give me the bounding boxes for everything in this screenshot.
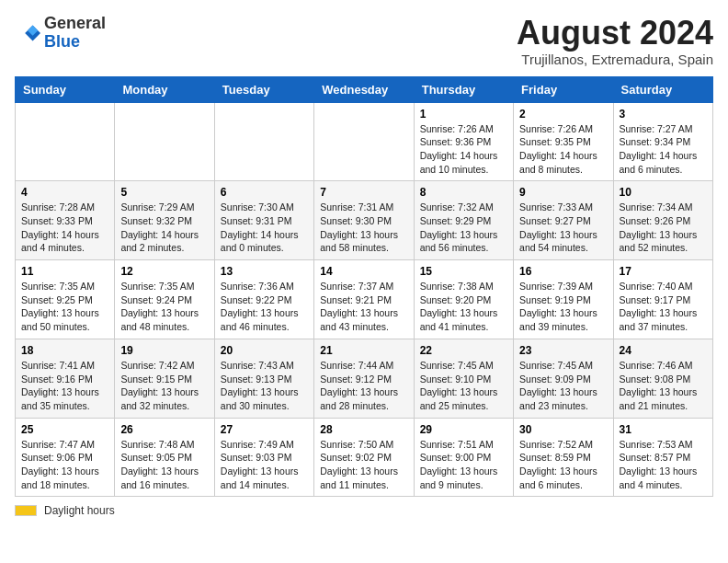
page-header: General Blue August 2024 Trujillanos, Ex… <box>15 15 713 67</box>
day-cell-empty-2 <box>214 102 313 181</box>
day-detail: Sunrise: 7:52 AMSunset: 8:59 PMDaylight:… <box>519 438 607 492</box>
calendar-body: 1Sunrise: 7:26 AMSunset: 9:36 PMDaylight… <box>16 102 713 497</box>
day-number: 12 <box>120 265 208 278</box>
day-cell-27: 27Sunrise: 7:49 AMSunset: 9:03 PMDayligh… <box>214 418 313 497</box>
header-cell-saturday: Saturday <box>613 76 712 102</box>
day-cell-19: 19Sunrise: 7:42 AMSunset: 9:15 PMDayligh… <box>115 339 214 418</box>
day-number: 18 <box>21 344 108 357</box>
day-cell-2: 2Sunrise: 7:26 AMSunset: 9:35 PMDaylight… <box>514 102 613 181</box>
day-detail: Sunrise: 7:51 AMSunset: 9:00 PMDaylight:… <box>420 438 507 492</box>
day-detail: Sunrise: 7:49 AMSunset: 9:03 PMDaylight:… <box>221 438 308 492</box>
logo-text: General Blue <box>44 15 106 52</box>
day-detail: Sunrise: 7:50 AMSunset: 9:02 PMDaylight:… <box>320 438 407 492</box>
day-cell-4: 4Sunrise: 7:28 AMSunset: 9:33 PMDaylight… <box>16 181 115 260</box>
daylight-label: Daylight hours <box>44 504 115 517</box>
header-cell-monday: Monday <box>115 76 214 102</box>
week-row-1: 4Sunrise: 7:28 AMSunset: 9:33 PMDaylight… <box>16 181 713 260</box>
day-detail: Sunrise: 7:43 AMSunset: 9:13 PMDaylight:… <box>221 359 308 413</box>
week-row-0: 1Sunrise: 7:26 AMSunset: 9:36 PMDaylight… <box>16 102 713 181</box>
day-cell-1: 1Sunrise: 7:26 AMSunset: 9:36 PMDaylight… <box>414 102 513 181</box>
day-detail: Sunrise: 7:39 AMSunset: 9:19 PMDaylight:… <box>519 280 607 334</box>
day-cell-10: 10Sunrise: 7:34 AMSunset: 9:26 PMDayligh… <box>613 181 712 260</box>
day-detail: Sunrise: 7:48 AMSunset: 9:05 PMDaylight:… <box>120 438 208 492</box>
day-detail: Sunrise: 7:45 AMSunset: 9:09 PMDaylight:… <box>519 359 607 413</box>
day-number: 31 <box>620 423 707 436</box>
day-cell-28: 28Sunrise: 7:50 AMSunset: 9:02 PMDayligh… <box>314 418 414 497</box>
day-cell-24: 24Sunrise: 7:46 AMSunset: 9:08 PMDayligh… <box>613 339 712 418</box>
day-cell-20: 20Sunrise: 7:43 AMSunset: 9:13 PMDayligh… <box>214 339 313 418</box>
logo: General Blue <box>15 15 106 52</box>
logo-icon <box>15 20 40 46</box>
calendar-header: SundayMondayTuesdayWednesdayThursdayFrid… <box>16 76 713 102</box>
daylight-bar-icon <box>15 505 37 516</box>
day-cell-9: 9Sunrise: 7:33 AMSunset: 9:27 PMDaylight… <box>514 181 613 260</box>
day-detail: Sunrise: 7:28 AMSunset: 9:33 PMDaylight:… <box>21 201 108 255</box>
day-number: 28 <box>320 423 407 436</box>
calendar-table: SundayMondayTuesdayWednesdayThursdayFrid… <box>15 76 713 498</box>
day-number: 1 <box>420 108 507 121</box>
day-number: 26 <box>120 423 208 436</box>
day-number: 21 <box>320 344 407 357</box>
week-row-4: 25Sunrise: 7:47 AMSunset: 9:06 PMDayligh… <box>16 418 713 497</box>
day-detail: Sunrise: 7:35 AMSunset: 9:25 PMDaylight:… <box>21 280 108 334</box>
day-detail: Sunrise: 7:26 AMSunset: 9:36 PMDaylight:… <box>420 122 507 177</box>
day-detail: Sunrise: 7:35 AMSunset: 9:24 PMDaylight:… <box>120 280 208 334</box>
day-detail: Sunrise: 7:29 AMSunset: 9:32 PMDaylight:… <box>120 201 208 255</box>
day-number: 8 <box>420 186 507 199</box>
week-row-2: 11Sunrise: 7:35 AMSunset: 9:25 PMDayligh… <box>16 260 713 339</box>
day-number: 9 <box>519 186 607 199</box>
day-detail: Sunrise: 7:44 AMSunset: 9:12 PMDaylight:… <box>320 359 407 413</box>
day-detail: Sunrise: 7:46 AMSunset: 9:08 PMDaylight:… <box>620 359 707 413</box>
day-cell-12: 12Sunrise: 7:35 AMSunset: 9:24 PMDayligh… <box>115 260 214 339</box>
day-detail: Sunrise: 7:32 AMSunset: 9:29 PMDaylight:… <box>420 201 507 255</box>
day-detail: Sunrise: 7:40 AMSunset: 9:17 PMDaylight:… <box>620 280 707 334</box>
day-detail: Sunrise: 7:42 AMSunset: 9:15 PMDaylight:… <box>120 359 208 413</box>
day-cell-30: 30Sunrise: 7:52 AMSunset: 8:59 PMDayligh… <box>514 418 613 497</box>
day-number: 5 <box>120 186 208 199</box>
day-cell-23: 23Sunrise: 7:45 AMSunset: 9:09 PMDayligh… <box>514 339 613 418</box>
day-number: 6 <box>221 186 308 199</box>
day-cell-21: 21Sunrise: 7:44 AMSunset: 9:12 PMDayligh… <box>314 339 414 418</box>
day-number: 30 <box>519 423 607 436</box>
subtitle: Trujillanos, Extremadura, Spain <box>517 52 713 67</box>
day-cell-13: 13Sunrise: 7:36 AMSunset: 9:22 PMDayligh… <box>214 260 313 339</box>
day-detail: Sunrise: 7:41 AMSunset: 9:16 PMDaylight:… <box>21 359 108 413</box>
day-detail: Sunrise: 7:31 AMSunset: 9:30 PMDaylight:… <box>320 201 407 255</box>
day-detail: Sunrise: 7:53 AMSunset: 8:57 PMDaylight:… <box>620 438 707 492</box>
day-detail: Sunrise: 7:26 AMSunset: 9:35 PMDaylight:… <box>519 122 607 177</box>
day-cell-22: 22Sunrise: 7:45 AMSunset: 9:10 PMDayligh… <box>414 339 513 418</box>
day-cell-18: 18Sunrise: 7:41 AMSunset: 9:16 PMDayligh… <box>16 339 115 418</box>
week-row-3: 18Sunrise: 7:41 AMSunset: 9:16 PMDayligh… <box>16 339 713 418</box>
day-cell-empty-3 <box>314 102 414 181</box>
day-cell-31: 31Sunrise: 7:53 AMSunset: 8:57 PMDayligh… <box>613 418 712 497</box>
day-cell-empty-0 <box>16 102 115 181</box>
main-title: August 2024 <box>517 15 713 52</box>
day-number: 20 <box>221 344 308 357</box>
day-detail: Sunrise: 7:36 AMSunset: 9:22 PMDaylight:… <box>221 280 308 334</box>
day-cell-11: 11Sunrise: 7:35 AMSunset: 9:25 PMDayligh… <box>16 260 115 339</box>
day-number: 25 <box>21 423 108 436</box>
day-number: 4 <box>21 186 108 199</box>
day-cell-8: 8Sunrise: 7:32 AMSunset: 9:29 PMDaylight… <box>414 181 513 260</box>
day-cell-17: 17Sunrise: 7:40 AMSunset: 9:17 PMDayligh… <box>613 260 712 339</box>
day-cell-6: 6Sunrise: 7:30 AMSunset: 9:31 PMDaylight… <box>214 181 313 260</box>
day-cell-empty-1 <box>115 102 214 181</box>
day-number: 13 <box>221 265 308 278</box>
day-number: 11 <box>21 265 108 278</box>
day-cell-26: 26Sunrise: 7:48 AMSunset: 9:05 PMDayligh… <box>115 418 214 497</box>
day-cell-3: 3Sunrise: 7:27 AMSunset: 9:34 PMDaylight… <box>613 102 712 181</box>
day-detail: Sunrise: 7:30 AMSunset: 9:31 PMDaylight:… <box>221 201 308 255</box>
day-detail: Sunrise: 7:38 AMSunset: 9:20 PMDaylight:… <box>420 280 507 334</box>
day-cell-7: 7Sunrise: 7:31 AMSunset: 9:30 PMDaylight… <box>314 181 414 260</box>
header-cell-friday: Friday <box>514 76 613 102</box>
day-cell-15: 15Sunrise: 7:38 AMSunset: 9:20 PMDayligh… <box>414 260 513 339</box>
day-detail: Sunrise: 7:27 AMSunset: 9:34 PMDaylight:… <box>620 122 707 177</box>
header-row: SundayMondayTuesdayWednesdayThursdayFrid… <box>16 76 713 102</box>
day-cell-29: 29Sunrise: 7:51 AMSunset: 9:00 PMDayligh… <box>414 418 513 497</box>
day-detail: Sunrise: 7:34 AMSunset: 9:26 PMDaylight:… <box>620 201 707 255</box>
day-cell-14: 14Sunrise: 7:37 AMSunset: 9:21 PMDayligh… <box>314 260 414 339</box>
day-number: 7 <box>320 186 407 199</box>
day-number: 29 <box>420 423 507 436</box>
day-detail: Sunrise: 7:45 AMSunset: 9:10 PMDaylight:… <box>420 359 507 413</box>
day-number: 3 <box>620 108 707 121</box>
